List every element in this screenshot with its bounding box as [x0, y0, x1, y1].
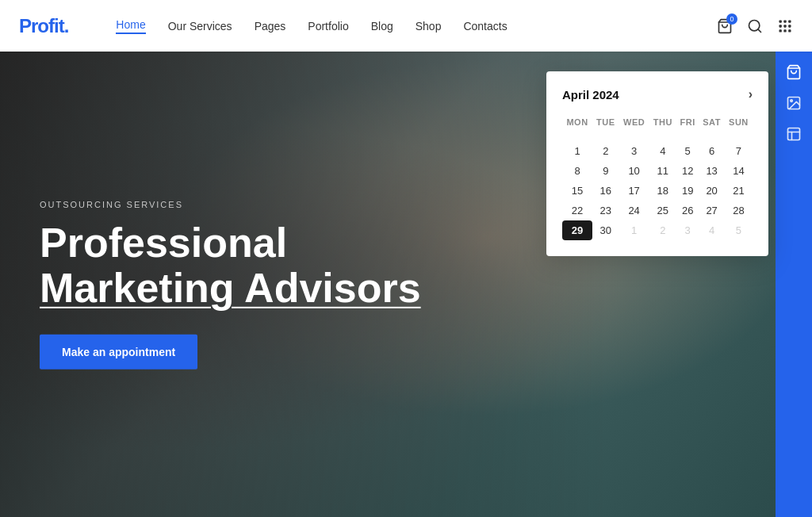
main-nav: Home Our Services Pages Portfolio Blog S… [116, 18, 717, 34]
cal-day[interactable]: 29 [562, 220, 592, 240]
cal-day[interactable]: 9 [592, 161, 619, 181]
cal-day[interactable]: 6 [699, 141, 725, 161]
cal-day [699, 133, 725, 141]
svg-rect-10 [783, 29, 786, 32]
cal-day[interactable]: 1 [619, 220, 649, 240]
hero-title-line2: Marketing Advisors [40, 265, 421, 311]
cal-header-fri: FRI [676, 114, 699, 133]
hero-title-line1: Professional [40, 219, 287, 265]
svg-rect-5 [788, 20, 791, 22]
calendar-month-year: April 2024 [562, 88, 619, 101]
cal-header-sat: SAT [699, 114, 725, 133]
cal-day[interactable]: 28 [725, 201, 753, 220]
svg-rect-3 [779, 20, 782, 22]
cal-header-mon: MON [562, 114, 592, 133]
hero-title: Professional Marketing Advisors [40, 220, 421, 310]
cal-header-sun: SUN [725, 114, 753, 133]
cal-day[interactable]: 2 [649, 220, 676, 240]
cal-day[interactable]: 13 [699, 161, 725, 181]
cal-day[interactable]: 20 [699, 181, 725, 201]
cal-day[interactable]: 3 [619, 141, 649, 161]
cal-day[interactable]: 11 [649, 161, 676, 181]
nav-our-services[interactable]: Our Services [168, 20, 232, 33]
svg-rect-15 [788, 128, 800, 140]
cal-day[interactable]: 22 [562, 201, 592, 220]
cal-day[interactable]: 4 [699, 220, 725, 240]
cal-day[interactable]: 26 [676, 201, 699, 220]
nav-blog[interactable]: Blog [371, 20, 393, 33]
svg-rect-8 [788, 25, 791, 27]
make-appointment-button[interactable]: Make an appointment [40, 335, 197, 370]
cal-day [592, 133, 619, 141]
logo-dot: . [64, 15, 69, 36]
cal-day[interactable]: 2 [592, 141, 619, 161]
svg-rect-11 [788, 29, 791, 32]
nav-contacts[interactable]: Contacts [463, 20, 507, 33]
cal-day [676, 133, 699, 141]
cal-day [649, 133, 676, 141]
cal-header-thu: THU [649, 114, 676, 133]
cal-day[interactable]: 27 [699, 201, 725, 220]
cal-day[interactable]: 4 [649, 141, 676, 161]
logo-text: Profit [19, 15, 64, 36]
cal-day[interactable]: 19 [676, 181, 699, 201]
cal-day [725, 133, 753, 141]
cal-day[interactable]: 25 [649, 201, 676, 220]
cal-day[interactable]: 21 [725, 181, 753, 201]
calendar-header: April 2024 › [562, 87, 753, 101]
grid-menu-button[interactable] [777, 18, 793, 34]
nav-portfolio[interactable]: Portfolio [308, 20, 348, 33]
nav-home[interactable]: Home [116, 18, 145, 34]
cal-day [619, 133, 649, 141]
search-button[interactable] [747, 18, 763, 34]
cart-button[interactable]: 0 [717, 18, 733, 34]
cart-badge: 0 [726, 13, 737, 25]
header: Profit. Home Our Services Pages Portfoli… [0, 0, 812, 52]
hero-content: OUTSOURCING SERVICES Professional Market… [40, 199, 421, 369]
cal-header-tue: TUE [592, 114, 619, 133]
svg-rect-9 [779, 29, 782, 32]
nav-shop[interactable]: Shop [416, 20, 442, 33]
logo[interactable]: Profit. [19, 15, 68, 37]
calendar-grid: MON TUE WED THU FRI SAT SUN 123456789101… [562, 114, 753, 240]
cal-day[interactable]: 12 [676, 161, 699, 181]
cal-day[interactable]: 5 [676, 141, 699, 161]
right-sidebar [776, 52, 812, 517]
cal-day[interactable]: 7 [725, 141, 753, 161]
cal-day[interactable]: 30 [592, 220, 619, 240]
hero-subtitle: OUTSOURCING SERVICES [40, 199, 421, 209]
header-icons: 0 [717, 18, 793, 34]
cal-day[interactable]: 23 [592, 201, 619, 220]
svg-rect-7 [783, 25, 786, 27]
svg-point-14 [791, 100, 793, 101]
cal-day[interactable]: 1 [562, 141, 592, 161]
calendar-next-button[interactable]: › [749, 87, 753, 101]
calendar-popup: April 2024 › MON TUE WED THU FRI SAT SUN… [546, 71, 768, 256]
cal-day[interactable]: 3 [676, 220, 699, 240]
sidebar-image-icon[interactable] [786, 95, 802, 115]
cal-day[interactable]: 8 [562, 161, 592, 181]
cal-header-wed: WED [619, 114, 649, 133]
cal-day[interactable]: 14 [725, 161, 753, 181]
svg-line-2 [758, 29, 761, 32]
cal-day[interactable]: 24 [619, 201, 649, 220]
cal-day [562, 133, 592, 141]
nav-pages[interactable]: Pages [255, 20, 286, 33]
svg-rect-4 [783, 20, 786, 22]
sidebar-cart-icon[interactable] [786, 64, 802, 84]
cal-day[interactable]: 15 [562, 181, 592, 201]
cal-day[interactable]: 18 [649, 181, 676, 201]
cal-day[interactable]: 17 [619, 181, 649, 201]
cal-day[interactable]: 10 [619, 161, 649, 181]
svg-rect-6 [779, 25, 782, 27]
sidebar-layout-icon[interactable] [786, 126, 802, 146]
cal-day[interactable]: 16 [592, 181, 619, 201]
cal-day[interactable]: 5 [725, 220, 753, 240]
